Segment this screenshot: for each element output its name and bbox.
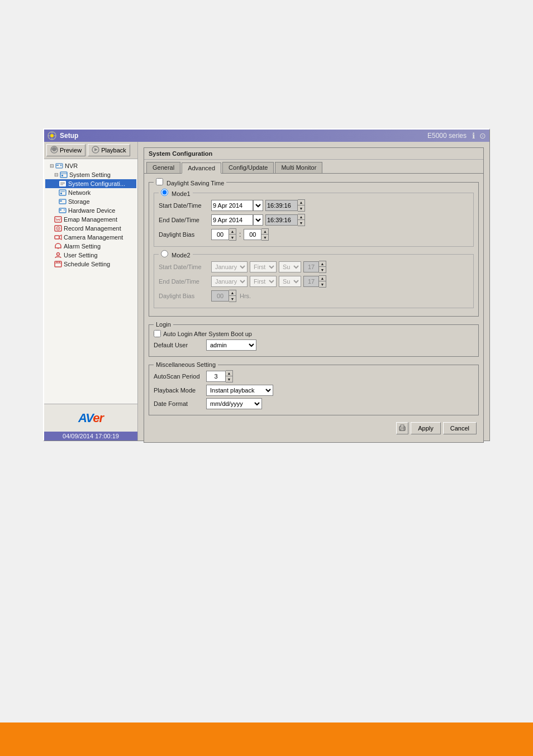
mode1-start-date-input: ▼ xyxy=(211,200,263,211)
mode1-bias-m-field[interactable] xyxy=(244,229,261,240)
mode1-start-label: Start Date/Time xyxy=(159,202,209,209)
mode1-start-time-down[interactable]: ▼ xyxy=(298,205,304,211)
mode2-bias-down[interactable]: ▼ xyxy=(229,296,236,302)
mode1-bias-h-down[interactable]: ▼ xyxy=(229,235,236,240)
date-format-row: Date Format mm/dd/yyyy dd/mm/yyyy yyyy/m… xyxy=(154,398,474,409)
mode1-legend: Mode1 xyxy=(159,189,193,197)
close-icon[interactable]: ⊙ xyxy=(479,131,486,140)
mode2-end-daynum-field[interactable] xyxy=(303,276,319,287)
cancel-button[interactable]: Cancel xyxy=(443,422,477,434)
tree-item-system-config[interactable]: System Configurati... xyxy=(45,179,136,188)
tree-item-network[interactable]: Network xyxy=(45,188,136,197)
storage-icon xyxy=(59,198,66,205)
tree-item-hardware[interactable]: Hardware Device xyxy=(45,206,136,215)
mode1-end-time-down[interactable]: ▼ xyxy=(298,220,304,226)
default-user-select[interactable]: admin user1 user2 xyxy=(206,339,256,351)
preview-button[interactable]: Preview xyxy=(46,144,85,156)
schedule-icon xyxy=(54,260,62,268)
tab-advanced[interactable]: Advanced xyxy=(182,162,221,174)
mode2-bias-spinners: ▲ ▼ xyxy=(229,290,236,302)
mode1-bias-m-down[interactable]: ▼ xyxy=(261,235,268,240)
daylight-saving-checkbox[interactable] xyxy=(156,178,163,185)
tree-toggle-nvr: ⊟ xyxy=(50,163,54,169)
mode1-start-time-spinners: ▲ ▼ xyxy=(298,199,305,212)
mode2-end-month[interactable]: January xyxy=(211,276,248,287)
mode1-radio[interactable] xyxy=(161,189,168,196)
svg-rect-41 xyxy=(401,425,404,427)
tab-multi-monitor[interactable]: Multi Monitor xyxy=(275,162,322,173)
autoscan-row: AutoScan Period ▲ ▼ xyxy=(154,370,474,382)
tree-item-nvr[interactable]: ⊟ NVR xyxy=(45,161,136,170)
tree-item-system-setting[interactable]: ⊟ System Setting xyxy=(45,170,136,179)
svg-rect-27 xyxy=(55,217,61,222)
bias-colon: : xyxy=(239,231,241,238)
tree-item-alarm[interactable]: Alarm Setting xyxy=(45,242,136,251)
record-label: Record Management xyxy=(64,225,121,232)
mode1-start-time-field[interactable] xyxy=(265,200,298,211)
tab-config-update[interactable]: Config/Update xyxy=(222,162,274,173)
mode1-start-date-dropdown[interactable]: ▼ xyxy=(253,200,263,211)
tab-general[interactable]: General xyxy=(146,162,180,173)
tree-item-user[interactable]: User Setting xyxy=(45,251,136,260)
mode2-end-daynum-spinners: ▲ ▼ xyxy=(319,275,326,288)
mode2-start-month[interactable]: January xyxy=(211,261,248,272)
mode2-end-daynum-down[interactable]: ▼ xyxy=(319,281,326,287)
mode2-start-day[interactable]: Sun xyxy=(279,261,301,272)
user-icon xyxy=(54,251,62,259)
mode2-end-week[interactable]: First xyxy=(250,276,277,287)
main-window: Setup E5000 series ℹ ⊙ Preview xyxy=(43,128,490,441)
playback-label: Playback xyxy=(101,147,126,154)
mode2-start-daynum-field[interactable] xyxy=(303,261,319,272)
svg-marker-32 xyxy=(59,235,61,240)
mode2-start-daynum-spinners: ▲ ▼ xyxy=(319,261,326,273)
camera-label: Camera Management xyxy=(64,234,123,241)
mode1-end-date-dropdown[interactable]: ▼ xyxy=(253,214,263,226)
series-label: E5000 series xyxy=(427,132,467,140)
scroll-indicator xyxy=(486,142,489,441)
info-icon[interactable]: ℹ xyxy=(472,131,475,140)
mode1-bias-h-field[interactable] xyxy=(211,229,229,240)
date-format-select[interactable]: mm/dd/yyyy dd/mm/yyyy yyyy/mm/dd xyxy=(206,398,262,409)
svg-rect-31 xyxy=(55,236,59,239)
svg-rect-35 xyxy=(55,261,61,267)
mode1-bias-m-spinners: ▲ ▼ xyxy=(261,228,269,241)
mode2-radio[interactable] xyxy=(161,250,168,257)
mode1-bias-h-up[interactable]: ▲ xyxy=(229,229,236,235)
tree-item-emap[interactable]: Emap Management xyxy=(45,215,136,224)
tree-item-camera[interactable]: Camera Management xyxy=(45,233,136,242)
mode1-end-time-up[interactable]: ▲ xyxy=(298,214,304,220)
print-button[interactable] xyxy=(396,422,408,434)
mode1-end-time-field[interactable] xyxy=(265,214,298,226)
mode1-start-row: Start Date/Time ▼ xyxy=(159,199,469,212)
apply-button[interactable]: Apply xyxy=(411,422,441,434)
mode1-start-date-field[interactable] xyxy=(211,200,253,211)
playback-mode-select[interactable]: Instant playback Standard playback xyxy=(206,385,273,396)
daylight-saving-section: Daylight Saving Time Mode1 Start Date/Ti… xyxy=(149,178,479,317)
config-title-text: System Configuration xyxy=(149,150,212,157)
mode2-end-day[interactable]: Sun xyxy=(279,276,301,287)
tree-item-schedule[interactable]: Schedule Setting xyxy=(45,260,136,269)
mode1-end-date-field[interactable] xyxy=(211,214,253,226)
mode2-section: Mode2 Start Date/Time January First xyxy=(154,250,474,308)
tree-item-record[interactable]: Record Management xyxy=(45,224,136,233)
mode1-start-time-up[interactable]: ▲ xyxy=(298,200,304,205)
svg-point-11 xyxy=(60,165,62,166)
playback-button[interactable]: Playback xyxy=(88,144,130,156)
mode2-bias-up[interactable]: ▲ xyxy=(229,290,236,296)
autoscan-field[interactable] xyxy=(206,371,226,382)
left-panel: Preview Playback ⊟ xyxy=(44,142,138,441)
nvr-icon xyxy=(55,162,63,170)
alarm-icon xyxy=(54,242,62,250)
mode2-start-daynum-down[interactable]: ▼ xyxy=(319,267,326,272)
mode1-end-time-spinner: ▲ ▼ xyxy=(265,214,305,226)
autoscan-down[interactable]: ▼ xyxy=(226,376,232,382)
tree-item-storage[interactable]: Storage xyxy=(45,197,136,206)
mode2-start-daynum-up[interactable]: ▲ xyxy=(319,261,326,267)
window-body: Preview Playback ⊟ xyxy=(44,142,489,441)
mode1-bias-m-up[interactable]: ▲ xyxy=(261,229,268,235)
mode2-bias-field[interactable] xyxy=(211,290,229,302)
mode2-end-daynum-up[interactable]: ▲ xyxy=(319,276,326,281)
autoscan-up[interactable]: ▲ xyxy=(226,371,232,376)
auto-login-checkbox[interactable] xyxy=(154,330,161,337)
mode2-start-week[interactable]: First xyxy=(250,261,277,272)
